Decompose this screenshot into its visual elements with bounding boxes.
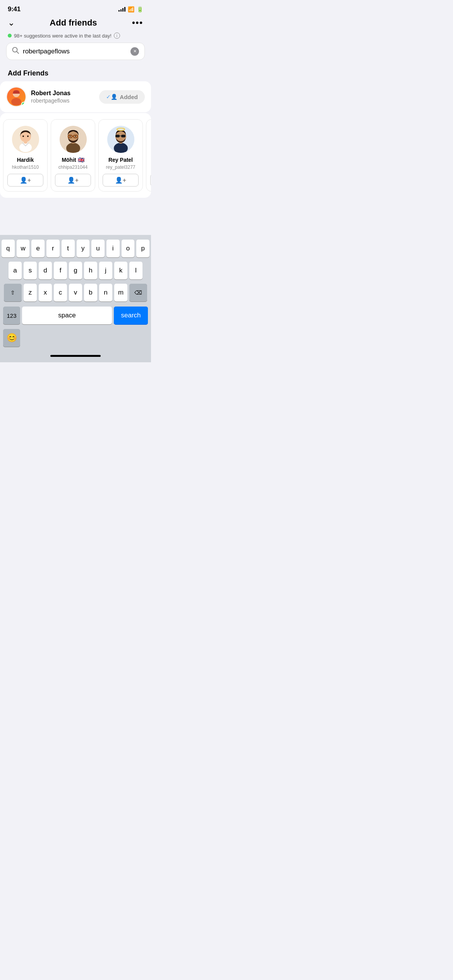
svg-point-10 [27,135,29,137]
key-f[interactable]: f [54,262,67,279]
key-k[interactable]: k [114,262,127,279]
key-m[interactable]: m [114,284,127,302]
keyboard: q w e r t y u i o p a s d f g h j k l ⇧ … [0,235,151,349]
key-e[interactable]: e [31,240,45,257]
result-name: Robert Jonas [31,90,94,97]
key-p[interactable]: p [136,240,149,257]
back-button[interactable]: ⌄ [8,18,15,28]
home-indicator [0,349,151,362]
suggestions-scroll: Hardik hkothari1510 👤+ [0,113,151,198]
key-c[interactable]: c [54,284,67,302]
keyboard-row-2: a s d f g h j k l [2,262,149,279]
svg-rect-25 [121,135,125,137]
key-o[interactable]: o [122,240,135,257]
keyboard-row-1: q w e r t y u i o p [2,240,149,257]
suggestion-card-mohit[interactable]: Möhit 🇬🇧 chhipa231044 👤+ [51,119,95,192]
svg-point-3 [11,98,21,105]
key-j[interactable]: j [99,262,112,279]
result-user-row: Robert Jonas robertpageflows ✓👤 Added [6,87,145,107]
suggestion-name-mohit: Möhit 🇬🇧 [62,157,84,163]
avatar-rey [107,126,134,153]
key-u[interactable]: u [91,240,105,257]
search-clear-button[interactable] [130,47,139,56]
key-n[interactable]: n [99,284,112,302]
result-username: robertpageflows [31,98,94,104]
added-button[interactable]: ✓👤 Added [99,90,145,104]
suggestions-list: Hardik hkothari1510 👤+ [0,113,151,198]
svg-line-1 [17,51,19,53]
key-y[interactable]: y [77,240,90,257]
add-friend-icon-hardik: 👤+ [20,176,31,184]
svg-rect-24 [115,135,120,137]
keyboard-row-3: ⇧ z x c v b n m ⌫ [2,284,149,302]
avatar [6,87,26,107]
status-time: 9:41 [8,5,21,13]
numbers-key[interactable]: 123 [3,307,20,324]
result-info: Robert Jonas robertpageflows [31,90,94,104]
empty-space [0,204,151,235]
header: ⌄ Add friends ••• [0,16,151,31]
added-check-icon: ✓👤 [106,94,117,100]
add-friend-button-hardik[interactable]: 👤+ [7,174,43,187]
main-content: Add Friends Robert Jonas r [0,66,151,204]
svg-point-9 [22,135,24,137]
result-card: Robert Jonas robertpageflows ✓👤 Added [0,81,151,112]
search-bar[interactable] [6,43,145,60]
suggestion-username-hardik: hkothari1510 [12,164,39,170]
emoji-key[interactable]: 😊 [3,329,20,347]
add-friend-icon-mohit: 👤+ [67,176,79,184]
space-key[interactable]: space [22,307,112,324]
svg-point-18 [69,136,70,137]
suggestion-username-mohit: chhipa231044 [58,164,88,170]
key-t[interactable]: t [62,240,75,257]
avatar-mohit [60,126,87,153]
suggestion-username-rey: rey_patel3277 [106,164,135,170]
key-b[interactable]: b [84,284,97,302]
add-friend-button-amar[interactable]: 👤+ [150,174,151,187]
key-i[interactable]: i [106,240,120,257]
key-a[interactable]: a [9,262,22,279]
delete-key[interactable]: ⌫ [129,284,147,302]
page-title: Add friends [50,18,97,28]
key-x[interactable]: x [39,284,52,302]
suggestion-card-hardik[interactable]: Hardik hkothari1510 👤+ [3,119,48,192]
keyboard-bottom-row: 123 space search [2,306,149,325]
suggestion-card-rey[interactable]: Rey Patel rey_patel3277 👤+ [98,119,143,192]
home-bar [50,355,101,357]
suggestion-name-hardik: Hardik [17,157,34,163]
shift-key[interactable]: ⇧ [4,284,22,302]
search-container [0,43,151,66]
suggestion-banner: 98+ suggestions were active in the last … [0,31,151,43]
active-dot [8,34,12,38]
status-icons: 📶 🔋 [118,6,143,12]
wifi-icon: 📶 [128,6,134,12]
more-button[interactable]: ••• [132,18,143,28]
avatar-hardik [12,126,39,153]
search-icon [12,47,19,56]
online-indicator [21,102,26,106]
key-h[interactable]: h [84,262,97,279]
key-l[interactable]: l [129,262,142,279]
suggestion-card-amar[interactable]: z z Amar a-kay1 👤+ [146,119,151,192]
key-z[interactable]: z [24,284,37,302]
key-r[interactable]: r [46,240,60,257]
added-label: Added [120,94,138,100]
key-w[interactable]: w [17,240,30,257]
add-friends-label: Add Friends [0,66,151,81]
search-input[interactable] [23,48,127,55]
key-v[interactable]: v [69,284,82,302]
suggestion-name-rey: Rey Patel [108,157,133,163]
search-key[interactable]: search [114,307,148,324]
add-friend-icon-rey: 👤+ [115,176,126,184]
info-icon[interactable]: i [114,33,120,39]
status-bar: 9:41 📶 🔋 [0,0,151,16]
key-s[interactable]: s [24,262,37,279]
svg-point-6 [19,143,32,152]
key-g[interactable]: g [69,262,82,279]
battery-icon: 🔋 [137,6,143,12]
key-d[interactable]: d [39,262,52,279]
signal-icon [118,7,125,12]
add-friend-button-mohit[interactable]: 👤+ [55,174,91,187]
add-friend-button-rey[interactable]: 👤+ [103,174,139,187]
key-q[interactable]: q [2,240,15,257]
